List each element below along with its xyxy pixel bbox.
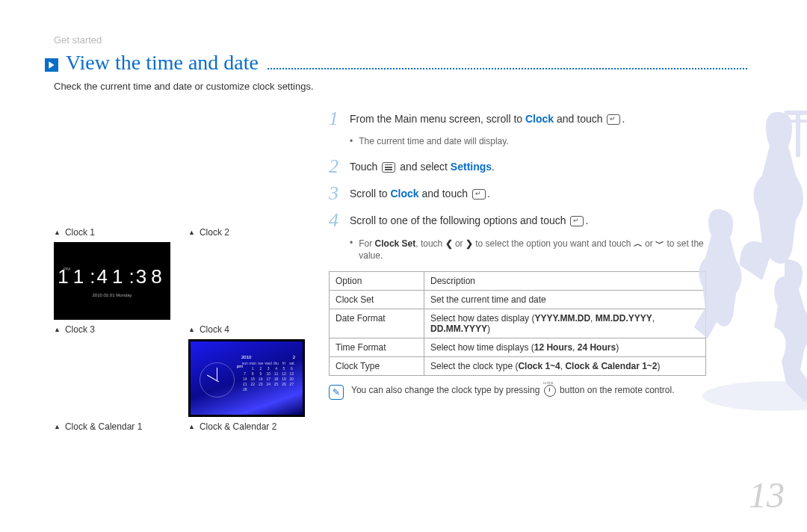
menu-icon [382, 162, 395, 173]
clock-thumbnails: Clock 1 PM 11:41:38 2010.02.01 Monday Cl… [54, 227, 315, 436]
right-arrow-icon: ❯ [466, 238, 473, 249]
note-icon: ✎ [329, 385, 344, 400]
enter-icon [472, 189, 486, 200]
svg-marker-0 [49, 61, 54, 69]
thumb-clock-calendar-2: Clock & Calendar 2 [188, 421, 317, 436]
svg-rect-3 [785, 111, 807, 115]
analog-clock-icon [200, 362, 235, 398]
title-dotted-rule [268, 67, 747, 69]
intro-text: Check the current time and date or custo… [54, 81, 314, 92]
clock1-pm: PM [64, 267, 70, 271]
thumb-label: Clock & Calendar 1 [54, 421, 182, 432]
col-option: Option [330, 272, 424, 291]
clock-button-icon [544, 385, 556, 397]
step-4-bullet: For Clock Set, touch ❮ or ❯ to select th… [350, 238, 706, 261]
instructions: 1 From the Main menu screen, scroll to C… [329, 109, 706, 400]
clock1-preview: PM 11:41:38 2010.02.01 Monday [54, 242, 170, 320]
step-number: 3 [329, 184, 350, 203]
col-description: Description [424, 272, 706, 291]
enter-icon [607, 114, 620, 125]
step-number: 2 [329, 157, 350, 176]
thumb-clock-calendar-1: Clock & Calendar 1 [54, 421, 182, 436]
options-table: Option Description Clock Set Set the cur… [329, 271, 706, 376]
clock1-time: 11:41:38 [58, 265, 166, 288]
svg-rect-4 [785, 120, 807, 123]
thumb-clock-1: Clock 1 PM 11:41:38 2010.02.01 Monday [54, 227, 182, 320]
step-2: 2 Touch and select Settings. [329, 157, 706, 176]
step-number: 4 [329, 211, 350, 230]
note: ✎ You can also change the clock type by … [329, 385, 706, 400]
table-row: Clock Type Select the clock type (Clock … [330, 357, 706, 376]
title-row: View the time and date [45, 51, 747, 75]
thumb-clock-3: Clock 3 [54, 324, 182, 417]
breadcrumb: Get started [54, 34, 102, 46]
thumb-label: Clock 3 [54, 324, 182, 335]
clock1-date: 2010.02.01 Monday [92, 293, 132, 297]
enter-icon [570, 216, 584, 226]
thumb-label: Clock 4 [188, 324, 317, 335]
thumb-label: Clock & Calendar 2 [188, 421, 317, 432]
thumb-label: Clock 2 [188, 227, 317, 238]
table-header-row: Option Description [330, 272, 706, 291]
down-arrow-icon: ﹀ [655, 238, 664, 250]
left-arrow-icon: ❮ [445, 238, 453, 249]
svg-rect-2 [796, 112, 800, 157]
step-1-bullet: The current time and date will display. [350, 136, 706, 146]
thumb-clock-2: Clock 2 [188, 227, 317, 320]
thumb-label: Clock 1 [54, 227, 182, 238]
mini-calendar: 20102 sunmontuewedthufrisat 123456 78910… [241, 355, 295, 392]
page-title: View the time and date [66, 51, 259, 75]
table-row: Date Format Select how dates display (YY… [330, 309, 706, 338]
step-number: 1 [329, 109, 350, 129]
thumb-clock-4: Clock 4 pm 20102 sunmontuewedthufrisat 1… [188, 324, 317, 417]
up-arrow-icon: ︿ [634, 238, 643, 250]
table-row: Clock Set Set the current time and date [330, 291, 706, 309]
step-1: 1 From the Main menu screen, scroll to C… [329, 109, 706, 129]
clock4-preview: pm 20102 sunmontuewedthufrisat 123456 78… [188, 339, 305, 417]
svg-point-1 [702, 381, 807, 411]
page-number: 13 [749, 474, 785, 516]
chapter-icon [45, 58, 58, 72]
table-row: Time Format Select how time displays (12… [330, 338, 706, 357]
step-4: 4 Scroll to one of the following options… [329, 211, 706, 230]
step-3: 3 Scroll to Clock and touch . [329, 184, 706, 203]
